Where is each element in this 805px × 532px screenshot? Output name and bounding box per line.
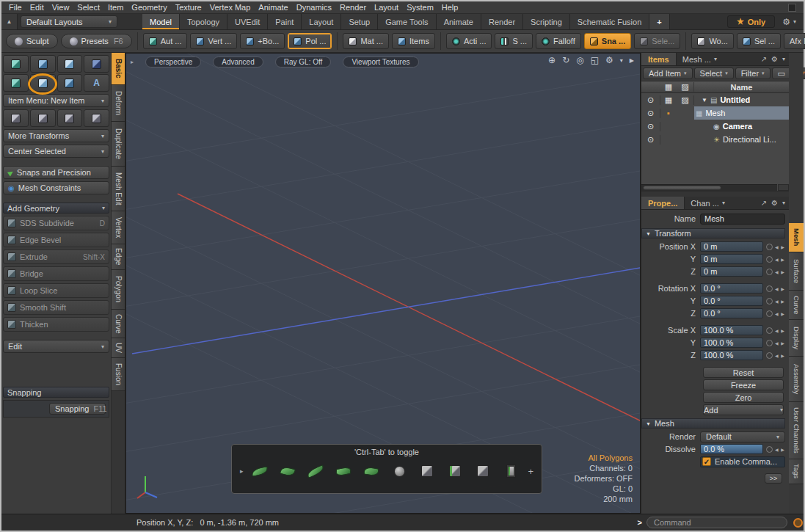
spinner-icon[interactable]: ◀ ▶ bbox=[775, 311, 785, 316]
sphere-tool-icon[interactable] bbox=[388, 460, 410, 482]
vtab-curve[interactable]: Curve bbox=[112, 310, 125, 338]
tab-setup[interactable]: Setup bbox=[341, 14, 378, 29]
vtab-assembly[interactable]: Assembly bbox=[789, 357, 804, 402]
spinner-icon[interactable]: ◀ ▶ bbox=[775, 269, 785, 274]
tab-properties[interactable]: Prope... bbox=[641, 197, 685, 209]
add-tab-button[interactable]: + bbox=[649, 14, 669, 29]
item-row-camera[interactable]: ⊙ ◉ Camera bbox=[641, 120, 789, 133]
cone-tool-button[interactable] bbox=[3, 109, 29, 127]
push-tool-button[interactable] bbox=[57, 74, 83, 92]
materials-button[interactable]: Mat ... bbox=[343, 33, 389, 49]
layout-popup-button[interactable]: ▲ bbox=[1, 14, 18, 29]
ray-gl-button[interactable]: Ray GL: Off bbox=[275, 57, 332, 68]
app-window-icon[interactable] bbox=[788, 4, 796, 12]
item-row-mesh[interactable]: ⊙ ▪ ▦ Mesh bbox=[641, 106, 789, 120]
command-history-icon[interactable] bbox=[793, 518, 803, 528]
tab-game-tools[interactable]: Game Tools bbox=[378, 14, 437, 29]
edit-state-icon[interactable]: ▨ bbox=[677, 95, 694, 105]
vtab-mesh[interactable]: Mesh bbox=[789, 223, 804, 252]
vtab-deform[interactable]: Deform bbox=[112, 85, 125, 122]
vtab-duplicate[interactable]: Duplicate bbox=[112, 122, 125, 167]
menu-item[interactable]: Item bbox=[108, 3, 123, 12]
render-dropdown[interactable]: Default ▾ bbox=[700, 431, 785, 442]
zoom-icon[interactable]: ◎ bbox=[576, 55, 583, 65]
position-y-field[interactable]: 0 m bbox=[700, 254, 763, 264]
channel-reset-icon[interactable] bbox=[766, 352, 773, 359]
tab-uvedit[interactable]: UVEdit bbox=[227, 14, 268, 29]
viewport-textures-button[interactable]: Viewport Textures bbox=[343, 57, 418, 68]
spinner-icon[interactable]: ◀ ▶ bbox=[775, 328, 785, 333]
spinner-icon[interactable]: ◀ ▶ bbox=[775, 244, 785, 249]
scale-y-field[interactable]: 100.0 % bbox=[700, 338, 763, 348]
channel-reset-icon[interactable] bbox=[766, 340, 773, 346]
tab-render[interactable]: Render bbox=[481, 14, 523, 29]
text-tool-button[interactable]: A bbox=[84, 74, 109, 92]
channel-reset-icon[interactable] bbox=[766, 298, 773, 305]
eye-icon[interactable]: ⊙ bbox=[641, 122, 660, 131]
pan-icon[interactable]: ⊕ bbox=[548, 55, 556, 65]
falloff-button[interactable]: Falloff bbox=[536, 33, 581, 49]
mesh-constraints-button[interactable]: ◉ Mesh Constraints bbox=[3, 181, 109, 194]
element-move-tool-button[interactable] bbox=[3, 74, 29, 92]
only-button[interactable]: ★ Only bbox=[727, 15, 775, 28]
workplane-button[interactable]: Wo... bbox=[691, 33, 733, 49]
vtab-edge[interactable]: Edge bbox=[112, 244, 125, 270]
spinner-icon[interactable]: ◀ ▶ bbox=[775, 286, 785, 291]
maximize-icon[interactable]: ◱ bbox=[591, 55, 599, 65]
symmetry-button[interactable]: S ... bbox=[495, 33, 533, 49]
zero-button[interactable]: Zero bbox=[703, 392, 784, 403]
item-row-untitled[interactable]: ⊙ ▦ ▨ ▼ ▤ Untitled bbox=[641, 93, 789, 106]
array-tool-button[interactable] bbox=[30, 109, 56, 127]
transform-tool-button[interactable] bbox=[3, 55, 29, 73]
eye-icon[interactable]: ⊙ bbox=[641, 95, 660, 105]
more-transforms-dropdown[interactable]: More Transforms ▾ bbox=[3, 129, 109, 142]
vtab-mesh-edit[interactable]: Mesh Edit bbox=[112, 167, 125, 211]
advanced-button[interactable]: Advanced bbox=[213, 57, 263, 68]
solid-tool-icon[interactable] bbox=[472, 460, 494, 482]
scale-tool-button[interactable] bbox=[84, 55, 109, 73]
tab-channels[interactable]: Chan ... ▾ bbox=[685, 197, 731, 209]
vtab-curve-props[interactable]: Curve bbox=[789, 291, 804, 320]
tab-topology[interactable]: Topology bbox=[180, 14, 227, 29]
vtab-surface[interactable]: Surface bbox=[789, 252, 804, 291]
menu-vertex-map[interactable]: Vertex Map bbox=[210, 3, 251, 12]
edit-dropdown[interactable]: Edit ▾ bbox=[3, 340, 109, 353]
snaps-precision-button[interactable]: ▶ Snaps and Precision bbox=[3, 166, 109, 179]
3d-viewport[interactable]: ▸ Perspective Advanced Ray GL: Off Viewp… bbox=[125, 53, 641, 514]
perspective-button[interactable]: Perspective bbox=[145, 57, 201, 68]
loop-slice-button[interactable]: Loop Slice bbox=[3, 283, 109, 298]
fold-tool-icon[interactable] bbox=[332, 460, 354, 482]
spinner-icon[interactable]: ◀ ▶ bbox=[775, 257, 785, 262]
mirror-tool-button[interactable] bbox=[57, 109, 83, 127]
vtab-display[interactable]: Display bbox=[789, 320, 804, 357]
default-layouts-dropdown[interactable]: Default Layouts ▾ bbox=[21, 15, 117, 28]
vertices-mode-button[interactable]: Vert ... bbox=[190, 33, 237, 49]
channel-reset-icon[interactable] bbox=[766, 310, 773, 317]
channel-reset-icon[interactable] bbox=[766, 327, 773, 334]
boolean-button[interactable]: +Bo... bbox=[240, 33, 285, 49]
add-item-dropdown[interactable]: Add Item ▾ bbox=[643, 68, 693, 79]
palette-add-icon[interactable]: + bbox=[528, 466, 533, 477]
gear-icon[interactable]: ⚙ bbox=[771, 55, 778, 63]
rotation-z-field[interactable]: 0.0 ° bbox=[700, 308, 763, 318]
channel-reset-icon[interactable] bbox=[766, 446, 773, 453]
menu-help[interactable]: Help bbox=[442, 3, 459, 12]
popout-icon[interactable]: ↗ bbox=[761, 199, 767, 207]
snapping-toggle-button[interactable]: Sna ... bbox=[584, 33, 631, 49]
layout-settings-button[interactable]: ⚙ ▾ bbox=[775, 14, 804, 29]
tab-paint[interactable]: Paint bbox=[268, 14, 302, 29]
eye-icon[interactable]: ⊙ bbox=[641, 109, 660, 118]
enable-checkbox[interactable]: ✓ bbox=[702, 457, 711, 466]
channel-reset-icon[interactable] bbox=[766, 285, 773, 292]
vtab-basic[interactable]: Basic bbox=[112, 53, 125, 85]
menu-system[interactable]: System bbox=[407, 3, 434, 12]
action-center-button[interactable]: Acti ... bbox=[446, 33, 492, 49]
render-state-icon[interactable]: ▦ bbox=[660, 95, 677, 105]
selected-button[interactable]: Sel ... bbox=[737, 33, 781, 49]
popout-icon[interactable]: ↗ bbox=[761, 55, 767, 63]
extrude-button[interactable]: Extrude Shift-X bbox=[3, 249, 109, 264]
menu-file[interactable]: File bbox=[9, 3, 22, 12]
add-cube-tool-icon[interactable] bbox=[444, 460, 466, 482]
eye-icon[interactable]: ⊙ bbox=[641, 135, 660, 145]
tab-model[interactable]: Model bbox=[142, 14, 180, 29]
